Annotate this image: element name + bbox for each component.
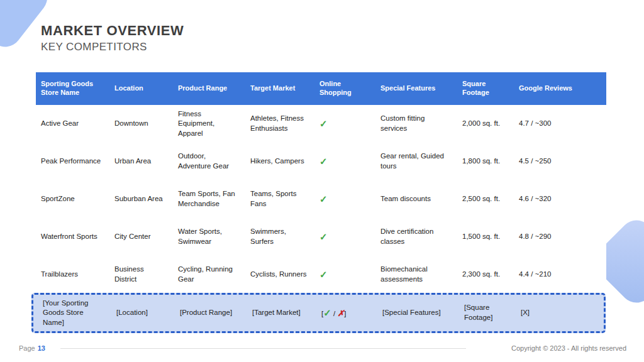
- google-reviews-cell: 4.5 / ~250: [514, 143, 606, 180]
- table-row: Peak Performance Urban Area Outdoor, Adv…: [36, 143, 606, 180]
- special-features-cell: Custom fitting services: [375, 105, 457, 143]
- page-subtitle: KEY COMPETITORS: [41, 41, 184, 53]
- google-reviews-cell: 4.4 / ~210: [514, 256, 606, 293]
- page-number: 13: [38, 344, 45, 352]
- table-header-row: Sporting Goods Store Name Location Produ…: [36, 72, 606, 105]
- column-header-google-reviews: Google Reviews: [514, 72, 606, 105]
- target-market-cell: Swimmers, Surfers: [245, 218, 314, 256]
- table-row: Active Gear Downtown Fitness Equipment, …: [36, 105, 606, 143]
- special-features-cell: Gear rental, Guided tours: [375, 143, 457, 180]
- google-reviews-cell: 4.6 / ~320: [514, 180, 606, 218]
- product-range-cell: Outdoor, Adventure Gear: [173, 143, 245, 180]
- copyright-text: Copyright © 2023 - All rights reserved: [511, 344, 626, 352]
- online-shopping-cell: ✓: [314, 180, 375, 218]
- square-footage-placeholder: [Square Footage]: [459, 303, 516, 322]
- column-header-location: Location: [109, 72, 173, 105]
- page-label: Page: [19, 344, 35, 352]
- target-market-cell: Cyclists, Runners: [245, 256, 314, 293]
- column-header-product-range: Product Range: [173, 72, 245, 105]
- special-features-placeholder: [Special Features]: [377, 308, 459, 318]
- online-shopping-cell: ✓: [314, 256, 375, 293]
- store-name-cell: Waterfront Sports: [36, 218, 109, 256]
- square-footage-cell: 1,500 sq. ft.: [457, 218, 514, 256]
- square-footage-cell: 2,300 sq. ft.: [457, 256, 514, 293]
- google-reviews-cell: 4.8 / ~290: [514, 218, 606, 256]
- store-name-cell: Active Gear: [36, 105, 109, 143]
- check-icon: ✓: [319, 231, 328, 242]
- product-range-cell: Cycling, Running Gear: [173, 256, 245, 293]
- special-features-cell: Biomechanical assessments: [375, 256, 457, 293]
- target-market-cell: Teams, Sports Fans: [245, 180, 314, 218]
- store-name-cell: Peak Performance: [36, 143, 109, 180]
- page-title: MARKET OVERVIEW: [41, 23, 184, 39]
- table-row: Waterfront Sports City Center Water Spor…: [36, 218, 606, 256]
- location-cell: City Center: [109, 218, 173, 256]
- cross-icon: ✗: [337, 309, 344, 318]
- column-header-online-shopping: Online Shopping: [314, 72, 375, 105]
- title-block: MARKET OVERVIEW KEY COMPETITORS: [41, 23, 184, 53]
- google-reviews-placeholder: [X]: [516, 308, 604, 318]
- target-market-cell: Hikers, Campers: [245, 143, 314, 180]
- competitors-table: Sporting Goods Store Name Location Produ…: [36, 72, 606, 293]
- target-market-cell: Athletes, Fitness Enthusiasts: [245, 105, 314, 143]
- product-range-cell: Team Sports, Fan Merchandise: [173, 180, 245, 218]
- square-footage-cell: 1,800 sq. ft.: [457, 143, 514, 180]
- your-store-placeholder-row[interactable]: [Your Sporting Goods Store Name] [Locati…: [31, 293, 606, 333]
- column-header-store-name: Sporting Goods Store Name: [36, 72, 109, 105]
- check-icon: ✓: [323, 307, 331, 318]
- special-features-cell: Dive certification classes: [375, 218, 457, 256]
- online-shopping-placeholder: [✓ / ✗]: [316, 307, 377, 319]
- online-shopping-cell: ✓: [314, 143, 375, 180]
- store-name-placeholder: [Your Sporting Goods Store Name]: [38, 299, 111, 328]
- footer-divider: [60, 348, 466, 349]
- location-cell: Suburban Area: [109, 180, 173, 218]
- store-name-cell: SportZone: [36, 180, 109, 218]
- column-header-square-footage: Square Footage: [457, 72, 514, 105]
- product-range-cell: Fitness Equipment, Apparel: [173, 105, 245, 143]
- table-row: SportZone Suburban Area Team Sports, Fan…: [36, 180, 606, 218]
- location-placeholder: [Location]: [111, 308, 175, 318]
- bracket-close: ]: [344, 310, 346, 317]
- check-icon: ✓: [319, 156, 328, 167]
- column-header-target-market: Target Market: [245, 72, 314, 105]
- online-shopping-cell: ✓: [314, 218, 375, 256]
- google-reviews-cell: 4.7 / ~300: [514, 105, 606, 143]
- separator: /: [331, 310, 338, 317]
- slide-footer: Page 13 Copyright © 2023 - All rights re…: [19, 344, 626, 352]
- check-icon: ✓: [319, 118, 328, 129]
- slide: MARKET OVERVIEW KEY COMPETITORS Sporting…: [0, 0, 644, 362]
- product-range-cell: Water Sports, Swimwear: [173, 218, 245, 256]
- table-row: Trailblazers Business District Cycling, …: [36, 256, 606, 293]
- store-name-cell: Trailblazers: [36, 256, 109, 293]
- square-footage-cell: 2,500 sq. ft.: [457, 180, 514, 218]
- target-market-placeholder: [Target Market]: [247, 308, 316, 318]
- product-range-placeholder: [Product Range]: [175, 308, 247, 318]
- check-icon: ✓: [319, 194, 328, 204]
- square-footage-cell: 2,000 sq. ft.: [457, 105, 514, 143]
- special-features-cell: Team discounts: [375, 180, 457, 218]
- location-cell: Business District: [109, 256, 173, 293]
- check-icon: ✓: [319, 269, 328, 280]
- location-cell: Urban Area: [109, 143, 173, 180]
- location-cell: Downtown: [109, 105, 173, 143]
- column-header-special-features: Special Features: [375, 72, 457, 105]
- online-shopping-cell: ✓: [314, 105, 375, 143]
